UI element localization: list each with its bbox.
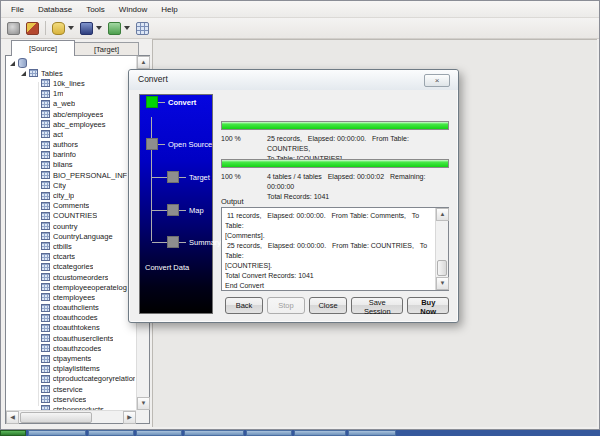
tree-item[interactable]: ctpayments [7, 353, 135, 363]
tree-item[interactable]: ctemployeeoperatelog [7, 282, 135, 292]
scroll-up-icon[interactable]: ▲ [436, 208, 449, 221]
menu-tools[interactable]: Tools [79, 3, 112, 16]
table-progress-detail: 4 tables / 4 tables Elapsed: 00:00:02 Re… [267, 172, 449, 202]
buy-now-button[interactable]: Buy Now [407, 297, 449, 314]
table-icon [41, 355, 50, 363]
tree-item[interactable]: ctoauthuserclients [7, 333, 135, 343]
tab-target[interactable]: [Target] [75, 42, 139, 56]
menu-file[interactable]: File [4, 3, 31, 16]
tree-item[interactable]: bilans [7, 160, 135, 170]
tree-item[interactable]: COUNTRIES [7, 211, 135, 221]
taskbar-button[interactable] [136, 430, 182, 436]
scrollbar-thumb[interactable] [437, 260, 447, 276]
tree-item[interactable]: ctbills [7, 241, 135, 251]
output-log-line: [COUNTRIES]. [225, 261, 432, 271]
tree-item-label: ctcarts [53, 252, 75, 261]
dropdown-arrow-icon[interactable] [68, 26, 74, 30]
dialog-titlebar[interactable]: Convert [129, 70, 458, 90]
taskbar-button[interactable] [184, 430, 244, 436]
taskbar-start-button[interactable] [0, 430, 26, 436]
taskbar-button[interactable] [294, 430, 346, 436]
close-icon[interactable]: × [424, 74, 450, 87]
tree-item[interactable]: 1m [7, 89, 135, 99]
step-convert: Convert [140, 95, 196, 109]
table-icon [41, 334, 50, 342]
tree-horizontal-scrollbar[interactable]: ◀ ▶ [6, 410, 136, 423]
table-icon [41, 283, 50, 291]
table-icon [41, 304, 50, 312]
save-session-button[interactable]: Save Session [351, 297, 403, 314]
tree-item[interactable]: a_web [7, 99, 135, 109]
tree-item[interactable]: ctoauthzcodes [7, 343, 135, 353]
scroll-up-icon[interactable]: ▲ [137, 56, 150, 69]
tree-item[interactable]: CountryLanguage [7, 231, 135, 241]
tree-item[interactable]: authors [7, 140, 135, 150]
tree-item[interactable]: country [7, 221, 135, 231]
disconnect-icon[interactable] [25, 20, 40, 37]
tab-source[interactable]: [Source] [11, 40, 75, 56]
taskbar-button[interactable] [88, 430, 134, 436]
menu-window[interactable]: Window [112, 3, 154, 16]
tree-item[interactable]: ctcarts [7, 252, 135, 262]
tree-item[interactable]: ctcategories [7, 262, 135, 272]
taskbar-button[interactable] [348, 430, 396, 436]
scroll-right-icon[interactable]: ▶ [123, 411, 136, 424]
tree-item[interactable]: ctplaylistitems [7, 364, 135, 374]
step-target: Target [140, 170, 210, 184]
tree-item[interactable]: Tables [7, 68, 135, 78]
table-icon [41, 171, 50, 179]
wizard-caption: Convert Data [145, 263, 189, 272]
tree-item[interactable]: ctoauthclients [7, 303, 135, 313]
source-table-tree: Tables 10k_lines 1m [7, 58, 135, 410]
output-log-box[interactable]: 11 records, Elapsed: 00:00:00. From Tabl… [221, 207, 449, 291]
tree-item[interactable]: ctoauthtokens [7, 323, 135, 333]
dropdown-arrow-icon[interactable] [124, 26, 130, 30]
scroll-left-icon[interactable]: ◀ [6, 411, 19, 424]
tree-item[interactable]: barinfo [7, 150, 135, 160]
output-log-line: Total Convert Records: 1041 [225, 271, 432, 281]
table-icon [41, 120, 50, 128]
connect-icon[interactable] [6, 20, 21, 37]
tree-item[interactable]: ctemployees [7, 292, 135, 302]
source-database-icon[interactable] [51, 20, 75, 37]
tree-item[interactable]: BIO_PERSONAL_INF [7, 170, 135, 180]
tree-item[interactable]: Comments [7, 201, 135, 211]
expand-arrow-icon[interactable] [10, 59, 18, 68]
taskbar-button[interactable] [246, 430, 292, 436]
scrollbar-thumb[interactable] [20, 412, 92, 423]
tree-item[interactable]: ctproductcategoryrelation [7, 374, 135, 384]
tree-item[interactable]: act [7, 129, 135, 139]
tree-item[interactable]: abc/employees [7, 109, 135, 119]
dialog-body: Convert Data Open Source Target [135, 91, 452, 317]
taskbar-button[interactable] [28, 430, 86, 436]
close-button[interactable]: Close [309, 297, 347, 314]
scroll-down-icon[interactable]: ▼ [137, 397, 150, 410]
convert-dialog: Convert × Convert Data Open Source [128, 69, 459, 323]
tree-item[interactable]: ctservice [7, 384, 135, 394]
convert-icon[interactable] [107, 20, 131, 37]
target-database-icon[interactable] [79, 20, 103, 37]
output-vertical-scrollbar[interactable]: ▲ ▼ [435, 208, 448, 290]
table-icon [41, 273, 50, 281]
tree-item-label: ctservice [53, 385, 83, 394]
tree-item[interactable]: ctoauthcodes [7, 313, 135, 323]
menu-help[interactable]: Help [154, 3, 184, 16]
tree-item[interactable]: abc_employees [7, 119, 135, 129]
separator[interactable] [44, 20, 47, 37]
dropdown-arrow-icon[interactable] [96, 26, 102, 30]
tree-item[interactable]: ctcustomeorders [7, 272, 135, 282]
tree-item[interactable]: ctservices [7, 394, 135, 404]
tree-item-label: ctpayments [53, 354, 91, 363]
tree-item[interactable]: city_ip [7, 190, 135, 200]
expand-arrow-icon[interactable] [21, 69, 29, 78]
tree-item[interactable]: 10k_lines [7, 78, 135, 88]
back-button[interactable]: Back [225, 297, 263, 314]
scroll-down-icon[interactable]: ▼ [436, 277, 449, 290]
taskbar[interactable] [0, 430, 600, 436]
stop-button[interactable]: Stop [267, 297, 305, 314]
tree-item[interactable]: City [7, 180, 135, 190]
tree-item[interactable] [7, 58, 135, 68]
tree-item-label: act [53, 130, 63, 139]
menu-database[interactable]: Database [31, 3, 79, 16]
grid-icon[interactable] [135, 20, 150, 37]
